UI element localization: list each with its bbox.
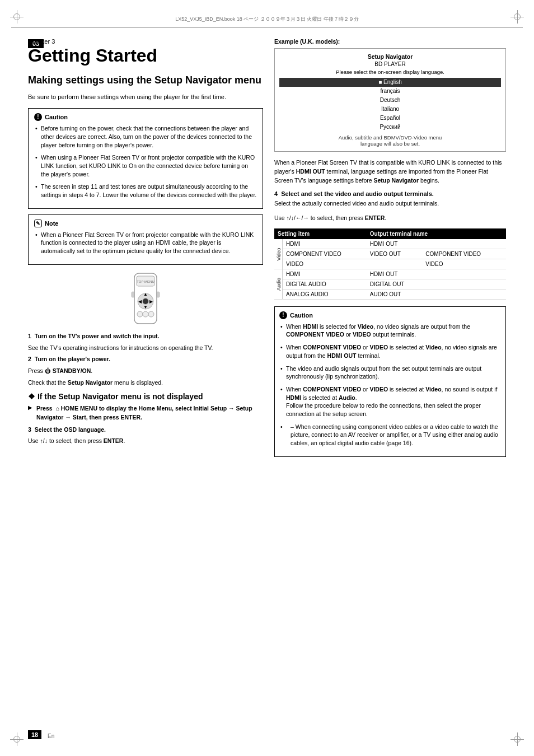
- nav-title: Setup Navigator: [279, 53, 501, 60]
- step2-check: Check that the Setup Navigator menu is d…: [28, 379, 263, 387]
- table-header-output: Output terminal name: [367, 228, 506, 239]
- caution-item: The screen in step 11 and test tones are…: [34, 183, 257, 199]
- chapter-title: Getting Started: [28, 46, 263, 66]
- table-row: ANALOG AUDIO AUDIO OUT: [274, 289, 506, 299]
- svg-point-12: [148, 311, 154, 317]
- kuro-text: When a Pioneer Flat Screen TV that is co…: [274, 158, 506, 185]
- svg-point-9: [143, 298, 148, 304]
- right-column: Example (U.K. models): Setup Navigator B…: [274, 28, 506, 728]
- output-digital-out: DIGITAL OUT: [367, 279, 423, 289]
- lang-item-italiano: Italiano: [279, 105, 501, 114]
- intro-text: Be sure to perform these settings when u…: [28, 92, 263, 102]
- note-item: When a Pioneer Flat Screen TV or front p…: [34, 231, 257, 255]
- header-meta: LX52_VXJ5_IBD_EN.book 18 ページ ２００９年３月３日 火…: [11, 11, 523, 28]
- item-analog-audio: ANALOG AUDIO: [283, 289, 367, 299]
- remote-illustration: TOP MENU ▲ ▼ ◀ ▶: [28, 270, 263, 328]
- table-row: DIGITAL AUDIO DIGITAL OUT: [274, 279, 506, 289]
- page-number: 18: [28, 730, 41, 739]
- caution-item: Before turning on the power, check that …: [34, 124, 257, 149]
- lang-item-english: ■ English: [279, 78, 501, 87]
- svg-text:▶: ▶: [149, 299, 153, 304]
- step4-use: Use ↑/↓/←/→ to select, then press ENTER.: [274, 214, 506, 223]
- output-video-out: VIDEO OUT: [367, 249, 423, 259]
- caution-icon: !: [34, 113, 42, 121]
- caution-item: When using a Pioneer Flat Screen TV or f…: [34, 153, 257, 178]
- note-box: ✎ Note When a Pioneer Flat Screen TV or …: [28, 214, 263, 265]
- output-component-video: COMPONENT VIDEO: [422, 249, 506, 259]
- caution2-item1: When HDMI is selected for Video, no vide…: [279, 323, 501, 339]
- chapter-label: Chapter 3: [28, 38, 263, 45]
- caution2-title: ! Caution: [279, 311, 501, 319]
- output-empty: [367, 259, 423, 269]
- output-audio-out: AUDIO OUT: [367, 289, 423, 299]
- lang-item-russian: Русский: [279, 123, 501, 132]
- item-digital-audio: DIGITAL AUDIO: [283, 279, 367, 289]
- step3: 3 Select the OSD language.: [28, 426, 263, 434]
- arrow-step: Press ⌂ HOME MENU to display the Home Me…: [28, 404, 263, 422]
- note-icon: ✎: [34, 220, 42, 227]
- output-hdmi-out-audio: HDMI OUT: [367, 269, 423, 279]
- left-column: Chapter 3 Getting Started Making setting…: [28, 28, 263, 728]
- navigator-box: Setup Navigator BD PLAYER Please select …: [274, 48, 506, 152]
- svg-point-11: [143, 311, 148, 317]
- output-extra-digital: [422, 279, 506, 289]
- crosshair-bottom-left: [10, 732, 24, 746]
- step2-detail: Press ⏻ STANDBY/ON.: [28, 367, 263, 375]
- example-label: Example (U.K. models):: [274, 38, 506, 45]
- item-hdmi-video: HDMI: [283, 239, 367, 249]
- table-row: VIDEO VIDEO: [274, 259, 506, 269]
- output-extra-analog: [422, 289, 506, 299]
- table-row: Audio HDMI HDMI OUT: [274, 269, 506, 279]
- step4-heading: 4 Select and set the video and audio out…: [274, 190, 506, 197]
- svg-rect-14: [157, 292, 160, 297]
- nav-footer: Audio, subtitle and BDMV/DVD-Video menul…: [279, 134, 501, 147]
- caution2-item5: – When connecting using component video …: [279, 423, 501, 447]
- svg-text:◀: ◀: [138, 299, 142, 304]
- section-heading: Making settings using the Setup Navigato…: [28, 74, 263, 87]
- item-hdmi-audio: HDMI: [283, 269, 367, 279]
- category-video: Video: [274, 239, 283, 269]
- caution2-item4: When COMPONENT VIDEO or VIDEO is selecte…: [279, 385, 501, 418]
- output-extra-audio: [422, 269, 506, 279]
- language-list: ■ English français Deutsch Italiano Espa…: [279, 78, 501, 132]
- category-audio: Audio: [274, 269, 283, 299]
- step3-detail: Use ↑/↓ to select, then press ENTER.: [28, 437, 263, 445]
- caution-box: ! Caution Before turning on the power, c…: [28, 108, 263, 209]
- sub-section-heading: ❖ If the Setup Navigator menu is not dis…: [28, 392, 263, 401]
- item-video: VIDEO: [283, 259, 367, 269]
- svg-text:▼: ▼: [143, 305, 148, 310]
- page-lang: En: [48, 733, 54, 739]
- remote-svg: TOP MENU ▲ ▼ ◀ ▶: [123, 270, 168, 326]
- step1: 1 Turn on the TV's power and switch the …: [28, 332, 263, 340]
- step1-detail: See the TV's operating instructions for …: [28, 344, 263, 352]
- lang-item-francais: français: [279, 87, 501, 96]
- svg-rect-13: [132, 292, 134, 297]
- caution2-list: When HDMI is selected for Video, no vide…: [279, 323, 501, 447]
- caution-list: Before turning on the power, check that …: [34, 124, 257, 199]
- note-list: When a Pioneer Flat Screen TV or front p…: [34, 231, 257, 255]
- item-component: COMPONENT VIDEO: [283, 249, 367, 259]
- lang-item-deutsch: Deutsch: [279, 96, 501, 105]
- table-header-setting: Setting item: [274, 228, 367, 239]
- caution-title: ! Caution: [34, 113, 257, 121]
- settings-table: Setting item Output terminal name Video …: [274, 228, 506, 300]
- note-title: ✎ Note: [34, 220, 257, 227]
- svg-point-10: [137, 311, 143, 317]
- caution2-item3: The video and audio signals output from …: [279, 365, 501, 381]
- caution2-item2: When COMPONENT VIDEO or VIDEO is selecte…: [279, 343, 501, 360]
- crosshair-bottom-right: [510, 732, 524, 746]
- output-extra-video: [422, 239, 506, 249]
- step4-detail: Select the actually connected video and …: [274, 199, 506, 208]
- nav-desc: Please select the on-screen display lang…: [279, 69, 501, 75]
- table-row: COMPONENT VIDEO VIDEO OUT COMPONENT VIDE…: [274, 249, 506, 259]
- output-video: VIDEO: [422, 259, 506, 269]
- svg-text:▲: ▲: [143, 292, 148, 297]
- output-hdmi-out-video: HDMI OUT: [367, 239, 423, 249]
- caution-right-box: ! Caution When HDMI is selected for Vide…: [274, 306, 506, 457]
- nav-subtitle: BD PLAYER: [279, 61, 501, 67]
- lang-item-espanol: Español: [279, 114, 501, 123]
- svg-text:TOP MENU: TOP MENU: [137, 280, 154, 283]
- step2: 2 Turn on the player's power.: [28, 355, 263, 363]
- caution2-icon: !: [279, 311, 287, 319]
- table-row: Video HDMI HDMI OUT: [274, 239, 506, 249]
